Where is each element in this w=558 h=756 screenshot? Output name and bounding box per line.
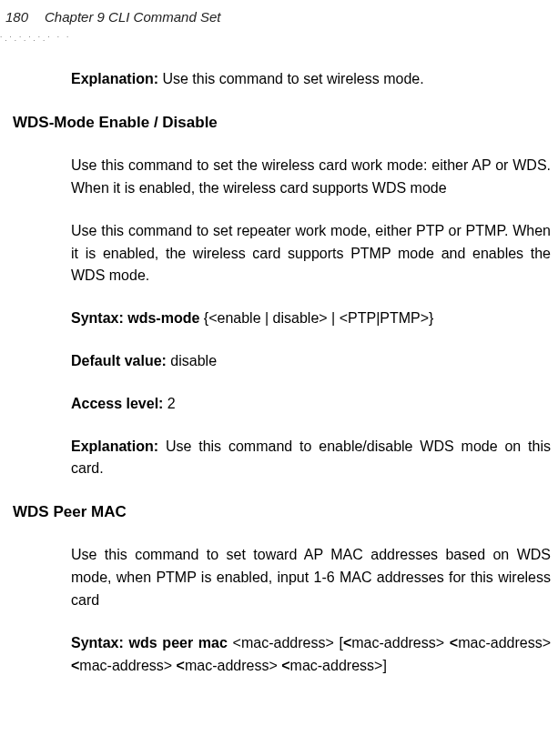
section1-para1: Use this command to set the wireless car…: [71, 155, 551, 200]
access-label: Access level:: [71, 396, 167, 411]
section2-para1: Use this command to set toward AP MAC ad…: [71, 544, 551, 611]
default-text: disable: [170, 353, 217, 368]
chapter-title: Chapter 9 CLI Command Set: [45, 9, 220, 25]
section1-default: Default value: disable: [71, 350, 551, 373]
syntax-bold-b: <: [343, 635, 351, 650]
header-dots: . . . . . . . . . . . . .: [0, 34, 558, 50]
section1-access: Access level: 2: [71, 393, 551, 416]
syntax-text: {<enable | disable> | <PTP|PTMP>}: [204, 310, 434, 326]
section1-explanation: Explanation: Use this command to enable/…: [71, 436, 551, 481]
intro-explanation: Explanation: Use this command to set wir…: [71, 68, 551, 91]
syntax-text-d: mac-address>: [79, 658, 176, 673]
explanation-text: Use this command to set wireless mode.: [158, 71, 424, 86]
syntax-label-2: Syntax: wds peer mac: [71, 635, 233, 650]
syntax-text-c: mac-address>: [458, 635, 551, 650]
syntax-label: Syntax: wds-mode: [71, 310, 204, 326]
syntax-text-f: mac-address>]: [290, 658, 387, 673]
section-wds-peer-mac-title: WDS Peer MAC: [13, 500, 551, 524]
access-text: 2: [167, 396, 176, 411]
syntax-text-b: mac-address>: [351, 635, 450, 650]
page-content: Explanation: Use this command to set wir…: [0, 50, 558, 677]
explanation-label: Explanation:: [71, 71, 158, 86]
syntax-bold-c: <: [450, 635, 458, 650]
syntax-bold-e: <: [177, 658, 185, 673]
page-number: 180: [5, 9, 28, 25]
section1-para2: Use this command to set repeater work mo…: [71, 220, 551, 287]
page-header: 180 Chapter 9 CLI Command Set: [0, 9, 558, 32]
section-wds-mode-title: WDS-Mode Enable / Disable: [13, 111, 551, 135]
syntax-bold-f: <: [281, 658, 289, 673]
section2-syntax: Syntax: wds peer mac <mac-address> [<mac…: [71, 632, 551, 678]
syntax-text-a: <mac-address> [: [233, 635, 343, 650]
syntax-text-e: mac-address>: [185, 658, 281, 673]
page-root: 180 Chapter 9 CLI Command Set . . . . . …: [0, 0, 558, 677]
section1-syntax: Syntax: wds-mode {<enable | disable> | <…: [71, 307, 551, 330]
default-label: Default value:: [71, 353, 170, 368]
explanation-label-2: Explanation:: [71, 438, 166, 454]
syntax-bold-d: <: [71, 658, 79, 673]
